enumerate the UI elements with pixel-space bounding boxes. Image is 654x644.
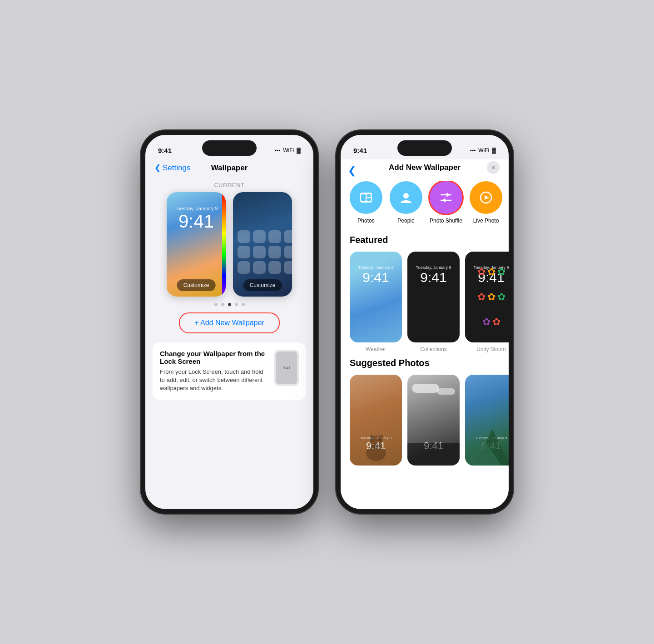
back-label: Settings [163, 163, 190, 173]
lock-screen-preview[interactable]: Tuesday, January 9 9:41 Customize [167, 192, 226, 297]
featured-collections[interactable]: Tuesday, January 9 9:41 Collections [407, 252, 460, 352]
tip-body: From your Lock Screen, touch and hold to… [160, 368, 268, 393]
battery-icon: ▓ [297, 147, 301, 154]
photos-icon [350, 181, 382, 214]
featured-title: Featured [341, 233, 509, 252]
svg-rect-3 [367, 198, 371, 201]
wp-type-live-photo[interactable]: Live Photo [470, 181, 502, 224]
tip-thumb-inner: 9:41 [276, 352, 297, 384]
home-screen-preview[interactable]: Customize [233, 192, 292, 297]
page-dot-4[interactable] [242, 303, 245, 306]
tip-title: Change your Wallpaper from the Lock Scre… [160, 350, 268, 365]
collections-time-area: Tuesday, January 9 9:41 [407, 265, 460, 285]
dog-silhouette-icon [360, 425, 392, 466]
svg-rect-1 [361, 194, 366, 201]
wp-type-photo-shuffle[interactable]: Photo Shuffle [430, 181, 462, 224]
cloud-1 [412, 384, 439, 393]
tip-thumbnail: 9:41 [274, 350, 299, 386]
suggested-scroll: Tuesday, January 9 9:41 9:41 [341, 375, 509, 466]
tip-text: Change your Wallpaper from the Lock Scre… [160, 350, 268, 393]
app-icon-12 [284, 261, 292, 274]
unity-label: Unity Bloom [476, 346, 506, 352]
wp-type-people[interactable]: People [390, 181, 422, 224]
app-icon-8 [284, 246, 292, 258]
wallpaper-previews: Tuesday, January 9 9:41 Customize [145, 192, 313, 297]
chevron-left-icon: ❮ [154, 163, 161, 173]
sheet-header: Add New Wallpaper × [341, 159, 509, 181]
photos-label: Photos [357, 218, 374, 224]
app-icon-10 [253, 261, 266, 274]
app-icon-4 [284, 230, 292, 243]
cloud-2 [437, 388, 455, 395]
current-label: CURRENT [145, 182, 313, 188]
live-photo-icon [470, 181, 502, 214]
app-icon-5 [238, 246, 250, 258]
unity-thumb: Tuesday, January 9 9:41 ✿ ✿ ✿ ✿ ✿ ✿ ✿ ✿ [465, 252, 509, 342]
settings-back-button[interactable]: ❮ Settings [154, 163, 190, 173]
app-icon-6 [253, 246, 266, 258]
app-icon-11 [268, 261, 281, 274]
wifi-icon: WiFi [283, 147, 294, 154]
page-dot-0[interactable] [214, 303, 218, 306]
signal-icon: ▪▪▪ [274, 147, 280, 154]
suggested-dog[interactable]: Tuesday, January 9 9:41 [350, 375, 402, 466]
lock-date: Tuesday, January 9 [167, 206, 226, 211]
sheet-title: Add New Wallpaper [362, 163, 487, 172]
svg-rect-2 [367, 194, 371, 197]
photo-shuffle-icon [430, 181, 462, 214]
lock-screen-time: Tuesday, January 9 9:41 [167, 206, 226, 232]
customize-home-button[interactable]: Customize [243, 279, 282, 291]
featured-weather[interactable]: Tuesday, January 9 9:41 Weather [350, 252, 402, 352]
collections-time: 9:41 [407, 270, 460, 285]
featured-unity[interactable]: Tuesday, January 9 9:41 ✿ ✿ ✿ ✿ ✿ ✿ ✿ ✿ [465, 252, 509, 352]
collections-date: Tuesday, January 9 [407, 265, 460, 270]
color-strip [222, 192, 226, 297]
weather-label: Weather [366, 346, 386, 352]
battery-icon-2: ▓ [492, 147, 496, 154]
suggested-mountain[interactable]: Tuesday, January 9 9:41 [465, 375, 509, 466]
svg-marker-6 [485, 195, 489, 200]
photo-shuffle-label: Photo Shuffle [430, 218, 462, 224]
signal-icon-2: ▪▪▪ [470, 147, 476, 154]
suggested-landscape[interactable]: 9:41 [407, 375, 460, 466]
people-icon [390, 181, 422, 214]
page-dot-1[interactable] [221, 303, 224, 306]
svg-point-4 [403, 193, 409, 198]
page-dot-2[interactable] [228, 303, 231, 306]
status-time-1: 9:41 [158, 147, 172, 154]
home-grid [233, 230, 292, 274]
status-time-2: 9:41 [353, 147, 367, 154]
unity-flowers: ✿ ✿ ✿ ✿ ✿ ✿ ✿ ✿ [465, 252, 509, 342]
suggested-title: Suggested Photos [341, 356, 509, 375]
add-new-wallpaper-button[interactable]: + Add New Wallpaper [179, 312, 280, 333]
weather-thumb: Tuesday, January 9 9:41 [350, 252, 402, 342]
featured-scroll: Tuesday, January 9 9:41 Weather Tuesday,… [341, 252, 509, 356]
wallpaper-nav: ❮ Settings Wallpaper [145, 159, 313, 178]
status-icons-1: ▪▪▪ WiFi ▓ [274, 147, 301, 154]
people-label: People [397, 218, 414, 224]
tip-card: Change your Wallpaper from the Lock Scre… [153, 342, 306, 400]
phone2: 9:41 ▪▪▪ WiFi ▓ ❮ Add New Wallpaper × [336, 130, 513, 514]
app-icon-2 [253, 230, 266, 243]
ground [407, 443, 460, 466]
customize-lock-button[interactable]: Customize [177, 279, 216, 291]
weather-date: Tuesday, January 9 [350, 265, 402, 270]
wp-type-photos[interactable]: Photos [350, 181, 382, 224]
mountain-shapes-icon [465, 411, 509, 466]
phone1-screen: ❮ Settings Wallpaper CURRENT Tuesday, Ja… [145, 159, 313, 509]
weather-time: 9:41 [350, 270, 402, 285]
add-wallpaper-sheet: Add New Wallpaper × Photos [341, 159, 509, 509]
dynamic-island [202, 140, 257, 156]
phone1: 9:41 ▪▪▪ WiFi ▓ ❮ Settings Wallpaper CUR… [141, 130, 318, 514]
wallpaper-page-title: Wallpaper [211, 163, 248, 173]
back-chevron[interactable]: ❮ [348, 165, 356, 177]
collections-thumb: Tuesday, January 9 9:41 [407, 252, 460, 342]
page-dot-3[interactable] [235, 303, 238, 306]
close-button[interactable]: × [487, 161, 500, 174]
tip-thumb-time: 9:41 [282, 366, 291, 370]
lock-hour: 9:41 [167, 211, 226, 232]
wallpaper-types-row: Photos People [341, 181, 509, 233]
status-icons-2: ▪▪▪ WiFi ▓ [470, 147, 496, 154]
wifi-icon-2: WiFi [478, 147, 489, 154]
app-icon-3 [268, 230, 281, 243]
